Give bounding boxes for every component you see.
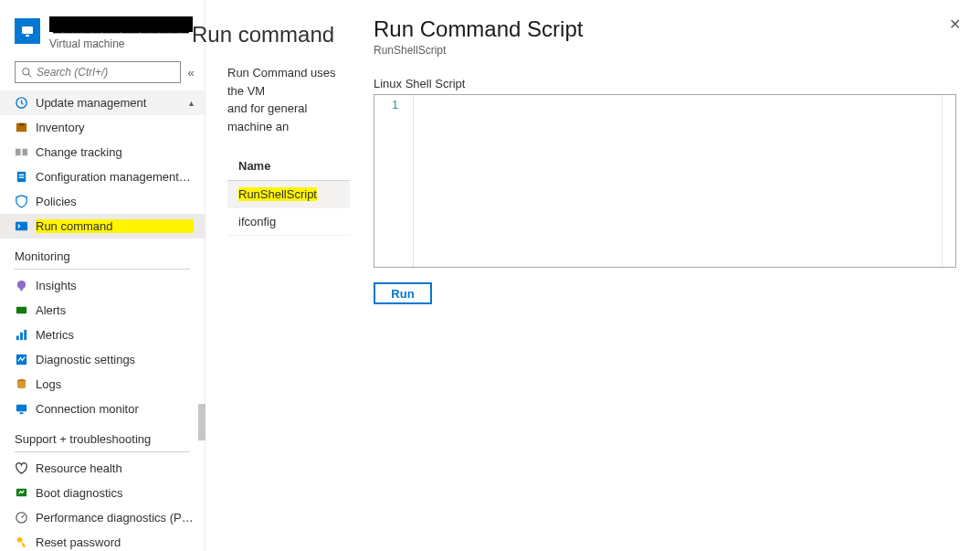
conn-monitor-icon <box>15 402 28 416</box>
divider <box>15 269 190 270</box>
svg-rect-17 <box>24 330 26 340</box>
section-monitoring: Monitoring <box>0 238 205 267</box>
sidebar-item-run-command[interactable]: Run command <box>0 214 205 238</box>
sidebar-item-label: Run command <box>36 219 194 233</box>
script-input[interactable] <box>413 95 943 267</box>
svg-rect-21 <box>20 412 24 414</box>
sidebar-item-configuration-management[interactable]: Configuration management (… <box>0 164 205 189</box>
svg-rect-12 <box>16 222 27 230</box>
sidebar-item-change-tracking[interactable]: Change tracking <box>0 140 205 164</box>
svg-rect-15 <box>16 335 19 340</box>
editor-scrollbar[interactable] <box>943 95 955 267</box>
sidebar-item-performance-diagnostics[interactable]: Performance diagnostics (Pre… <box>0 505 205 530</box>
vm-name-redacted: ██████████████ <box>49 16 193 32</box>
run-command-script-panel: ✕ Run Command Script RunShellScript Linu… <box>350 0 980 551</box>
sidebar-item-label: Metrics <box>36 328 194 342</box>
sidebar-item-label: Performance diagnostics (Pre… <box>36 511 194 525</box>
search-box[interactable] <box>15 61 181 83</box>
policies-icon <box>15 195 28 208</box>
sidebar-item-label: Change tracking <box>36 145 194 159</box>
change-tracking-icon <box>15 145 28 159</box>
description: Run Command uses the VM and for general … <box>227 64 355 135</box>
sidebar-scrollbar[interactable] <box>197 79 205 551</box>
svg-rect-7 <box>16 149 21 156</box>
insights-icon <box>15 279 28 292</box>
config-mgmt-icon <box>15 170 28 184</box>
update-icon <box>15 96 28 110</box>
sidebar-item-label: Inventory <box>36 121 194 134</box>
sidebar-item-alerts[interactable]: Alerts <box>0 298 205 323</box>
svg-rect-1 <box>26 35 29 37</box>
sidebar-item-label: Diagnostic settings <box>36 353 194 366</box>
sidebar-item-label: Reset password <box>36 535 194 549</box>
sidebar-item-resource-health[interactable]: Resource health <box>0 456 205 481</box>
diag-settings-icon <box>15 353 28 366</box>
svg-rect-10 <box>19 175 25 175</box>
svg-rect-0 <box>22 26 33 34</box>
inventory-icon <box>15 121 28 134</box>
sidebar-item-label: Update management <box>36 96 182 110</box>
reset-pwd-icon <box>15 535 28 549</box>
svg-line-3 <box>28 74 31 77</box>
script-editor[interactable]: 1 <box>374 94 956 268</box>
sidebar-item-label: Connection monitor <box>36 402 194 416</box>
field-label-script: Linux Shell Script <box>374 77 956 90</box>
nav-menu: Update management ▴ Inventory Change tra… <box>0 90 205 551</box>
resource-health-icon <box>15 461 28 475</box>
sidebar-item-label: Alerts <box>36 303 194 317</box>
sidebar-item-label: Boot diagnostics <box>36 486 194 500</box>
svg-rect-14 <box>16 307 26 314</box>
run-button[interactable]: Run <box>374 282 432 304</box>
line-number: 1 <box>374 98 413 111</box>
collapse-sidebar-icon[interactable]: « <box>186 64 195 80</box>
svg-rect-8 <box>22 149 27 156</box>
sidebar-item-metrics[interactable]: Metrics <box>0 323 205 347</box>
panel-subtitle: RunShellScript <box>374 44 956 57</box>
sidebar-item-label: Logs <box>36 377 194 391</box>
svg-point-24 <box>17 537 23 543</box>
svg-rect-11 <box>19 177 25 178</box>
vm-icon <box>15 18 40 44</box>
chevron-up-icon: ▴ <box>189 98 194 108</box>
sidebar-item-label: Policies <box>36 195 194 208</box>
metrics-icon <box>15 328 28 342</box>
editor-gutter: 1 <box>374 95 413 267</box>
sidebar-item-policies[interactable]: Policies <box>0 189 205 214</box>
svg-point-2 <box>23 68 29 74</box>
vm-subtitle: Virtual machine <box>49 37 195 50</box>
sidebar-item-inventory[interactable]: Inventory <box>0 115 205 140</box>
divider <box>15 451 190 452</box>
sidebar-item-label: Configuration management (… <box>36 170 194 184</box>
page-title: Run command <box>192 22 334 48</box>
svg-rect-20 <box>16 405 26 412</box>
svg-rect-16 <box>20 333 23 340</box>
sidebar-item-diagnostic-settings[interactable]: Diagnostic settings <box>0 347 205 372</box>
sidebar-item-connection-monitor[interactable]: Connection monitor <box>0 397 205 421</box>
close-icon[interactable]: ✕ <box>945 15 964 33</box>
sidebar-item-boot-diagnostics[interactable]: Boot diagnostics <box>0 481 205 505</box>
boot-diag-icon <box>15 486 28 500</box>
perf-diag-icon <box>15 511 28 525</box>
logs-icon <box>15 377 28 391</box>
sidebar-item-logs[interactable]: Logs <box>0 372 205 397</box>
alerts-icon <box>15 303 28 317</box>
search-input[interactable] <box>37 66 174 79</box>
svg-rect-13 <box>20 289 23 291</box>
run-command-icon <box>15 219 28 233</box>
section-support: Support + troubleshooting <box>0 421 205 450</box>
resource-header: ██████████████ Virtual machine <box>0 0 205 54</box>
sidebar-item-update-management[interactable]: Update management ▴ <box>0 90 205 115</box>
sidebar-item-reset-password[interactable]: Reset password <box>0 530 205 551</box>
sidebar-item-label: Resource health <box>36 461 194 475</box>
sidebar-item-label: Insights <box>36 279 194 292</box>
sidebar-item-insights[interactable]: Insights <box>0 273 205 298</box>
panel-title: Run Command Script <box>374 16 956 42</box>
sidebar: ██████████████ Virtual machine « Update … <box>0 0 205 551</box>
svg-rect-6 <box>19 123 25 126</box>
